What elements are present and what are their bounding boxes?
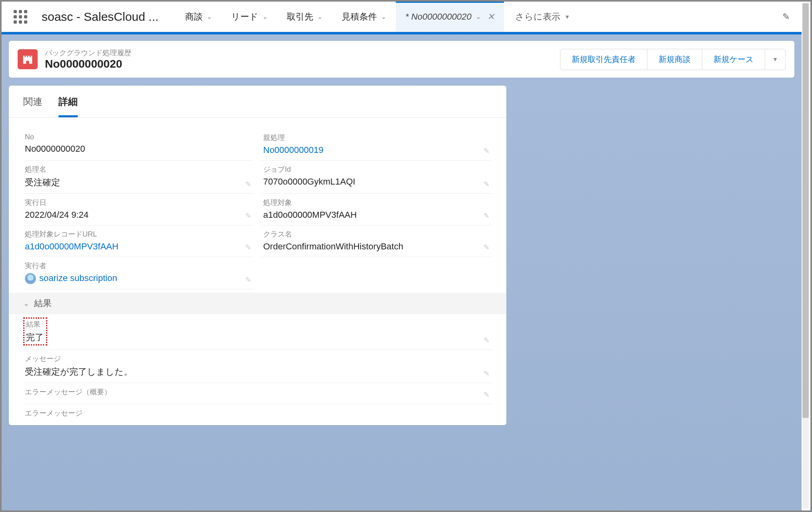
highlight-annotation: 結果 完了: [23, 317, 47, 345]
app-window: soasc - SalesCloud ... 商談 ⌄ リード ⌄ 取引先 ⌄ …: [0, 0, 812, 512]
record-name: No0000000020: [45, 58, 131, 70]
chevron-down-icon: ⌄: [317, 13, 322, 20]
field-label: 処理対象: [263, 198, 490, 207]
nav-item-record-tab[interactable]: * No0000000020 ⌄ ✕: [396, 2, 504, 32]
section-header-result[interactable]: ⌄ 結果: [9, 293, 506, 314]
caret-down-icon: ▼: [772, 56, 778, 62]
tab-related[interactable]: 関連: [23, 95, 42, 117]
field-no: No No0000000020: [23, 129, 254, 161]
pencil-icon[interactable]: ✎: [484, 243, 490, 252]
chevron-down-icon: ⌄: [381, 13, 386, 20]
nav-label: 商談: [185, 11, 203, 23]
pencil-icon[interactable]: ✎: [484, 180, 490, 189]
header-actions: 新規取引先責任者 新規商談 新規ケース ▼: [560, 49, 786, 70]
page-body: バックグラウンド処理履歴 No0000000020 新規取引先責任者 新規商談 …: [2, 32, 802, 510]
nav-more[interactable]: さらに表示 ▼: [507, 2, 578, 32]
field-executor: 実行者 soarize subscription ✎: [23, 257, 254, 289]
pencil-icon[interactable]: ✎: [245, 243, 251, 252]
field-error-summary: エラーメッセージ（概要） ✎: [23, 383, 492, 404]
scrollbar[interactable]: [802, 3, 809, 509]
field-label: 結果: [26, 319, 44, 329]
field-value: 7070o0000GykmL1AQI: [263, 177, 490, 187]
nav-item-quote[interactable]: 見積条件 ⌄: [332, 2, 396, 32]
top-nav: soasc - SalesCloud ... 商談 ⌄ リード ⌄ 取引先 ⌄ …: [2, 2, 802, 32]
section-title: 結果: [34, 297, 52, 309]
field-value-link[interactable]: a1d0o00000MPV3fAAH: [25, 241, 252, 252]
more-actions-button[interactable]: ▼: [765, 49, 786, 70]
nav-item-lead[interactable]: リード ⌄: [222, 2, 277, 32]
app-launcher-icon[interactable]: [14, 10, 27, 24]
close-icon[interactable]: ✕: [487, 12, 494, 22]
field-label: No: [25, 133, 252, 141]
field-target: 処理対象 a1d0o00000MPV3fAAH ✎: [262, 194, 492, 225]
field-job-id: ジョブId 7070o0000GykmL1AQI ✎: [262, 161, 492, 194]
edit-nav-icon[interactable]: ✎: [778, 12, 794, 22]
field-label: メッセージ: [25, 354, 490, 363]
field-label: 処理対象レコードURL: [25, 229, 252, 239]
record-type-label: バックグラウンド処理履歴: [45, 48, 131, 58]
record-type-icon: [18, 49, 38, 69]
field-result: 結果 完了 ✎: [23, 314, 492, 350]
detail-panel: 関連 詳細 No No0000000020 親処理 No0000000019 ✎: [9, 86, 506, 425]
field-label: 処理名: [25, 165, 252, 174]
nav-item-opportunity[interactable]: 商談 ⌄: [175, 2, 222, 32]
pencil-icon[interactable]: ✎: [484, 336, 490, 345]
field-value: No0000000020: [25, 144, 252, 154]
field-label: エラーメッセージ: [25, 408, 490, 418]
field-record-url: 処理対象レコードURL a1d0o00000MPV3fAAH ✎: [23, 225, 254, 257]
scrollbar-thumb[interactable]: [802, 3, 809, 418]
chevron-down-icon: ⌄: [476, 13, 481, 20]
field-value-link[interactable]: No0000000019: [263, 145, 490, 155]
field-label: 実行日: [25, 198, 252, 207]
caret-down-icon: ▼: [564, 14, 570, 20]
nav-items: 商談 ⌄ リード ⌄ 取引先 ⌄ 見積条件 ⌄ * No0000000020: [175, 2, 578, 32]
field-message: メッセージ 受注確定が完了しました。 ✎: [23, 350, 492, 383]
pencil-icon[interactable]: ✎: [245, 211, 251, 220]
nav-item-account[interactable]: 取引先 ⌄: [277, 2, 332, 32]
field-label: エラーメッセージ（概要）: [25, 387, 490, 397]
chevron-down-icon: ⌄: [262, 13, 268, 20]
chevron-down-icon: ⌄: [23, 299, 29, 308]
field-label: 実行者: [25, 261, 252, 271]
pencil-icon[interactable]: ✎: [245, 180, 251, 189]
nav-active-label: * No0000000020: [405, 12, 471, 22]
new-contact-button[interactable]: 新規取引先責任者: [560, 49, 647, 70]
pencil-icon[interactable]: ✎: [245, 275, 251, 284]
fields-grid: No No0000000020 親処理 No0000000019 ✎ 処理名 受…: [9, 118, 506, 425]
field-value: OrderConfirmationWithHistoryBatch: [263, 241, 490, 252]
field-exec-date: 実行日 2022/04/24 9:24 ✎: [23, 194, 254, 225]
record-header: バックグラウンド処理履歴 No0000000020 新規取引先責任者 新規商談 …: [9, 41, 794, 78]
field-value-user[interactable]: soarize subscription: [25, 273, 252, 284]
field-label: ジョブId: [263, 165, 490, 174]
field-label: 親処理: [263, 133, 490, 143]
field-value: 受注確定が完了しました。: [25, 366, 490, 378]
pencil-icon[interactable]: ✎: [484, 390, 490, 399]
new-opportunity-button[interactable]: 新規商談: [647, 49, 702, 70]
detail-tabs: 関連 詳細: [9, 86, 506, 118]
field-label: クラス名: [263, 229, 490, 239]
field-value: 完了: [26, 331, 44, 343]
castle-icon: [22, 53, 34, 65]
field-class-name: クラス名 OrderConfirmationWithHistoryBatch ✎: [262, 225, 492, 257]
field-error-message: エラーメッセージ: [23, 404, 492, 425]
pencil-icon[interactable]: ✎: [484, 147, 490, 155]
nav-more-label: さらに表示: [515, 11, 560, 23]
nav-label: リード: [231, 11, 258, 23]
new-case-button[interactable]: 新規ケース: [702, 49, 765, 70]
field-value: 受注確定: [25, 177, 252, 189]
tab-detail[interactable]: 詳細: [58, 95, 78, 117]
field-value: a1d0o00000MPV3fAAH: [263, 210, 490, 220]
field-process-name: 処理名 受注確定 ✎: [23, 161, 254, 194]
executor-name: soarize subscription: [39, 273, 117, 283]
pencil-icon[interactable]: ✎: [484, 369, 490, 378]
field-value: 2022/04/24 9:24: [25, 210, 252, 220]
nav-label: 取引先: [287, 11, 313, 23]
field-parent: 親処理 No0000000019 ✎: [262, 129, 492, 161]
user-avatar-icon: [25, 273, 36, 284]
pencil-icon[interactable]: ✎: [484, 211, 490, 220]
chevron-down-icon: ⌄: [207, 13, 212, 20]
nav-label: 見積条件: [342, 11, 377, 23]
app-name: soasc - SalesCloud ...: [42, 10, 159, 24]
